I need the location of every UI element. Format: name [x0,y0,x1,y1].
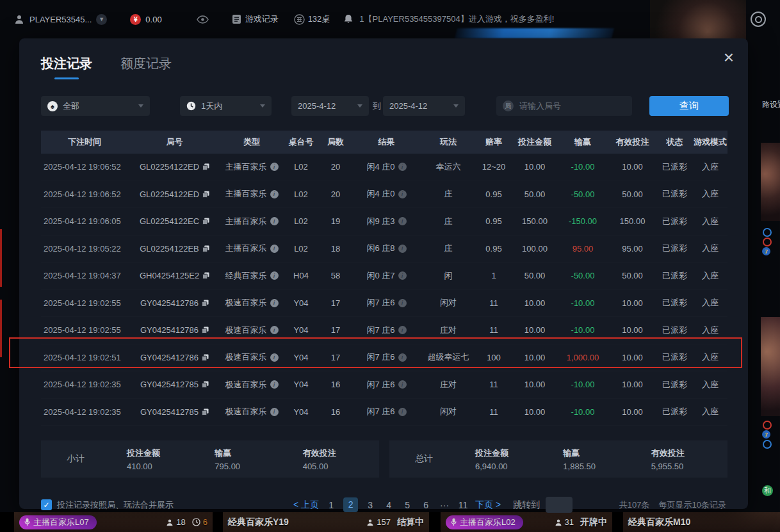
date-to-value: 2025-4-12 [389,101,427,111]
cell-bet-amount: 10.00 [512,353,557,362]
next-page-link[interactable]: 下页 > [475,499,501,511]
info-icon[interactable]: i [398,326,407,334]
jump-page-input[interactable] [546,497,573,513]
info-icon[interactable]: i [398,380,407,389]
result-text: 闲0 庄7 [366,270,394,282]
copy-icon[interactable] [202,408,209,415]
info-icon[interactable]: i [270,271,279,280]
cell-table-no: L02 [282,189,320,199]
clock-icon [186,101,196,111]
table-row[interactable]: 2025-04-12 19:06:52GL02254122ED主播百家乐iL02… [41,181,727,209]
page-number[interactable]: 3 [364,500,377,510]
info-icon[interactable]: i [270,245,279,253]
time-range-select[interactable]: 1天内 [180,96,272,116]
page-number[interactable]: 4 [382,500,395,510]
cell-result: 闲0 庄7i [352,270,421,282]
cell-odds: 1 [475,271,512,280]
game-type-select[interactable]: ♠ 全部 [41,96,150,116]
page-number-active[interactable]: 2 [343,497,358,512]
table-tile[interactable]: 主播百家乐L02 31 开牌中 [441,512,612,532]
info-icon[interactable]: i [270,408,279,416]
page-number[interactable]: 11 [457,500,469,510]
table-row[interactable]: 2025-04-12 19:02:55GY0425412786极速百家乐iY04… [41,317,727,344]
info-icon[interactable]: i [398,299,407,307]
copy-icon[interactable] [202,245,209,252]
table-row[interactable]: 2025-04-12 19:04:37GH04254125E2经典百家乐iH04… [41,262,727,290]
eye-icon[interactable] [197,15,209,24]
table-row[interactable]: 2025-04-12 19:06:05GL02254122EC主播百家乐iL02… [41,208,727,236]
user-icon [14,14,24,24]
info-icon[interactable]: i [270,299,279,307]
copy-icon[interactable] [202,163,209,170]
dealer-video-thumbnail[interactable] [761,143,780,221]
mic-icon [451,518,457,526]
cell-game-mode: 入座 [693,161,727,173]
tab-bet-records[interactable]: 投注记录 [41,55,92,79]
cell-play: 闲 [421,270,475,282]
prev-page-link[interactable]: < 上页 [293,499,319,511]
info-icon[interactable]: i [398,163,407,171]
service-icon[interactable] [751,12,766,27]
table-row[interactable]: 2025-04-12 19:02:35GY0425412785极速百家乐iY04… [41,399,727,426]
info-icon[interactable]: i [398,217,407,225]
game-records-icon[interactable] [232,14,241,24]
info-icon[interactable]: i [398,190,407,198]
copy-icon[interactable] [202,272,209,279]
road-settings-label[interactable]: 路设置 [762,99,780,110]
info-icon[interactable]: i [398,245,407,253]
copy-icon[interactable] [202,191,209,198]
close-icon[interactable]: × [724,49,734,67]
table-body: 2025-04-12 19:06:52GL02254122ED主播百家乐iL02… [41,154,727,426]
merge-checkbox[interactable]: ✓ [41,499,52,510]
cell-status: 已派彩 [656,270,693,282]
info-icon[interactable]: i [398,408,407,416]
tables-count-label[interactable]: 132桌 [308,13,330,25]
copy-icon[interactable] [202,300,209,307]
page-number[interactable]: 5 [401,500,414,510]
cell-valid-bet: 50.00 [608,189,656,199]
table-tile[interactable]: 经典百家乐Y19 157 结算中 [223,512,429,532]
info-icon[interactable]: i [270,217,279,225]
info-icon[interactable]: i [270,326,279,334]
copy-icon[interactable] [202,326,209,334]
round-no-input-wrap[interactable]: 局 [496,96,632,116]
cell-valid-bet: 10.00 [608,407,656,417]
page-number[interactable]: 6 [419,500,432,510]
caret-down-icon [138,104,143,108]
cell-play: 闲对 [421,297,475,309]
copy-icon[interactable] [202,381,209,388]
info-icon[interactable]: i [270,163,279,171]
page-number[interactable]: 1 [325,500,337,510]
table-row[interactable]: 2025-04-12 19:02:51GY0425412786极速百家乐iY04… [41,344,727,372]
search-button[interactable]: 查询 [649,96,729,116]
tab-quota-records[interactable]: 额度记录 [120,55,172,79]
cell-odds: 0.95 [475,216,512,226]
table-row[interactable]: 2025-04-12 19:05:22GL02254122EB主播百家乐iL02… [41,236,727,263]
table-row[interactable]: 2025-04-12 19:06:52GL02254122ED主播百家乐iL02… [41,154,727,181]
copy-icon[interactable] [202,354,209,361]
username[interactable]: PLAYER53545... [29,15,92,24]
total-valid-label: 有效投注 [651,447,727,459]
tables-icon[interactable] [294,14,305,25]
chevron-down-icon[interactable]: ▼ [96,14,107,25]
info-icon[interactable]: i [270,380,279,389]
table-row[interactable]: 2025-04-12 19:02:55GY0425412786极速百家乐iY04… [41,290,727,318]
info-icon[interactable]: i [270,353,279,362]
page-ellipsis[interactable]: ··· [438,500,451,510]
round-no-input[interactable] [518,101,626,111]
cell-play: 庄 [421,216,475,227]
game-records-label[interactable]: 游戏记录 [245,13,279,25]
cell-odds: 11 [475,380,512,389]
info-icon[interactable]: i [398,353,407,362]
date-to-select[interactable]: 2025-4-12 [383,96,465,116]
copy-icon[interactable] [202,218,209,225]
info-icon[interactable]: i [270,190,279,198]
info-icon[interactable]: i [398,271,407,280]
dealer-video-thumbnail[interactable] [761,317,780,416]
cell-game-type: 极速百家乐i [221,406,282,417]
date-from-select[interactable]: 2025-4-12 [291,96,369,116]
table-row[interactable]: 2025-04-12 19:02:35GY0425412785极速百家乐iY04… [41,371,727,399]
cell-rounds: 58 [320,271,352,280]
table-tile[interactable]: 主播百家乐L07 18 6 [14,512,213,532]
table-tile[interactable]: 经典百家乐M10 [623,512,780,532]
